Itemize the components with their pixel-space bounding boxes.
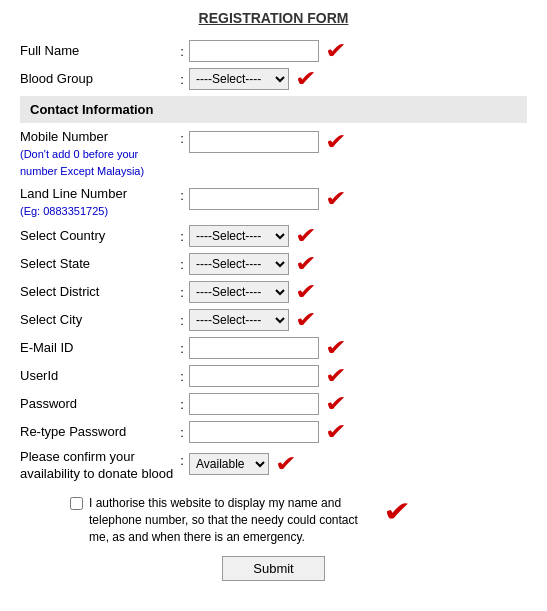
full-name-label: Full Name [20, 43, 175, 60]
userid-check-icon: ✔ [325, 365, 347, 387]
authorize-check-icon: ✔ [383, 495, 411, 528]
retype-password-check-icon: ✔ [325, 421, 347, 443]
full-name-input[interactable] [189, 40, 319, 62]
state-label: Select State [20, 256, 175, 273]
district-select[interactable]: ----Select---- [189, 281, 289, 303]
retype-password-row: Re-type Password : ✔ [20, 421, 527, 443]
blood-group-label: Blood Group [20, 71, 175, 88]
land-line-check-icon: ✔ [325, 188, 347, 210]
district-check-icon: ✔ [295, 281, 317, 303]
submit-button[interactable]: Submit [222, 556, 324, 581]
availability-label: Please confirm your availability to dona… [20, 449, 175, 483]
email-input[interactable] [189, 337, 319, 359]
authorize-row: I authorise this website to display my n… [70, 495, 527, 545]
password-label: Password [20, 396, 175, 413]
authorize-checkbox[interactable] [70, 497, 83, 510]
state-row: Select State : ----Select---- ✔ [20, 253, 527, 275]
full-name-row: Full Name : ✔ [20, 40, 527, 62]
state-check-icon: ✔ [295, 253, 317, 275]
country-check-icon: ✔ [295, 225, 317, 247]
state-select[interactable]: ----Select---- [189, 253, 289, 275]
availability-check-icon: ✔ [275, 453, 297, 475]
land-line-row: Land Line Number (Eg: 0883351725) : ✔ [20, 186, 527, 220]
email-check-icon: ✔ [325, 337, 347, 359]
country-select[interactable]: ----Select---- [189, 225, 289, 247]
userid-input[interactable] [189, 365, 319, 387]
email-row: E-Mail ID : ✔ [20, 337, 527, 359]
availability-select[interactable]: Available [189, 453, 269, 475]
blood-group-check-icon: ✔ [295, 68, 317, 90]
userid-label: UserId [20, 368, 175, 385]
mobile-number-label: Mobile Number (Don't add 0 before your n… [20, 129, 175, 180]
password-input[interactable] [189, 393, 319, 415]
contact-section-header: Contact Information [20, 96, 527, 123]
password-row: Password : ✔ [20, 393, 527, 415]
blood-group-row: Blood Group : ----Select---- ✔ [20, 68, 527, 90]
district-row: Select District : ----Select---- ✔ [20, 281, 527, 303]
mobile-number-row: Mobile Number (Don't add 0 before your n… [20, 129, 527, 180]
country-label: Select Country [20, 228, 175, 245]
land-line-hint: (Eg: 0883351725) [20, 205, 108, 217]
city-row: Select City : ----Select---- ✔ [20, 309, 527, 331]
full-name-check-icon: ✔ [325, 40, 347, 62]
submit-row: Submit [20, 556, 527, 581]
district-label: Select District [20, 284, 175, 301]
mobile-check-icon: ✔ [325, 131, 347, 153]
blood-group-select[interactable]: ----Select---- [189, 68, 289, 90]
city-label: Select City [20, 312, 175, 329]
page-title: REGISTRATION FORM [20, 10, 527, 26]
country-row: Select Country : ----Select---- ✔ [20, 225, 527, 247]
retype-password-input[interactable] [189, 421, 319, 443]
mobile-number-input[interactable] [189, 131, 319, 153]
land-line-label: Land Line Number (Eg: 0883351725) [20, 186, 175, 220]
email-label: E-Mail ID [20, 340, 175, 357]
authorize-text: I authorise this website to display my n… [89, 495, 379, 545]
retype-password-label: Re-type Password [20, 424, 175, 441]
mobile-hint: (Don't add 0 before your number Except M… [20, 148, 144, 177]
userid-row: UserId : ✔ [20, 365, 527, 387]
availability-row: Please confirm your availability to dona… [20, 449, 527, 483]
city-select[interactable]: ----Select---- [189, 309, 289, 331]
password-check-icon: ✔ [325, 393, 347, 415]
city-check-icon: ✔ [295, 309, 317, 331]
land-line-input[interactable] [189, 188, 319, 210]
